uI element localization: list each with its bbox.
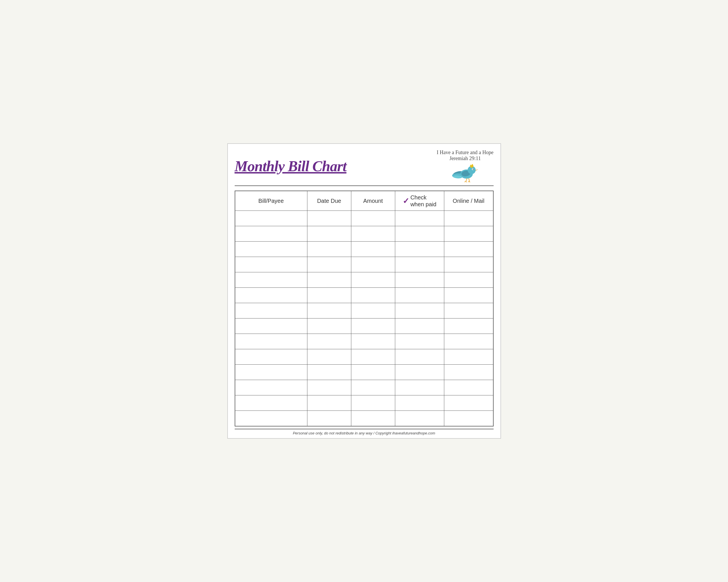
header: Monthly Bill Chart I Have a Future and a… bbox=[235, 149, 494, 186]
col-header-amount: Amount bbox=[351, 191, 395, 211]
table-row bbox=[235, 349, 493, 365]
table-cell bbox=[307, 334, 351, 349]
table-cell bbox=[444, 226, 493, 242]
table-cell bbox=[235, 211, 307, 226]
table-cell bbox=[395, 334, 444, 349]
table-cell bbox=[351, 257, 395, 272]
table-row bbox=[235, 395, 493, 411]
col-header-check: ✓ Check when paid bbox=[395, 191, 444, 211]
table-cell bbox=[235, 226, 307, 242]
col-header-date: Date Due bbox=[307, 191, 351, 211]
table-cell bbox=[351, 380, 395, 395]
table-cell bbox=[351, 318, 395, 334]
table-cell bbox=[444, 349, 493, 365]
table-cell bbox=[351, 226, 395, 242]
table-cell bbox=[444, 395, 493, 411]
table-cell bbox=[351, 349, 395, 365]
table-cell bbox=[444, 242, 493, 257]
table-row bbox=[235, 288, 493, 303]
check-when-paid-text: Check when paid bbox=[410, 194, 436, 208]
svg-marker-8 bbox=[476, 169, 478, 171]
table-cell bbox=[395, 257, 444, 272]
table-cell bbox=[307, 257, 351, 272]
table-cell bbox=[351, 395, 395, 411]
table-cell bbox=[235, 365, 307, 380]
col-header-bill: Bill/Payee bbox=[235, 191, 307, 211]
svg-line-13 bbox=[466, 181, 467, 182]
svg-line-11 bbox=[469, 178, 469, 181]
table-cell bbox=[444, 334, 493, 349]
table-cell bbox=[307, 318, 351, 334]
table-cell bbox=[395, 318, 444, 334]
table-cell bbox=[235, 288, 307, 303]
table-cell bbox=[307, 380, 351, 395]
table-cell bbox=[351, 411, 395, 426]
table-cell bbox=[307, 226, 351, 242]
table-cell bbox=[307, 242, 351, 257]
table-cell bbox=[395, 226, 444, 242]
table-row bbox=[235, 257, 493, 272]
page-container: Monthly Bill Chart I Have a Future and a… bbox=[227, 143, 501, 439]
table-cell bbox=[351, 365, 395, 380]
table-cell bbox=[395, 380, 444, 395]
table-cell bbox=[395, 349, 444, 365]
table-row bbox=[235, 303, 493, 318]
table-cell bbox=[235, 318, 307, 334]
table-cell bbox=[235, 303, 307, 318]
table-cell bbox=[351, 272, 395, 288]
table-cell bbox=[444, 288, 493, 303]
table-row bbox=[235, 318, 493, 334]
table-cell bbox=[235, 334, 307, 349]
table-cell bbox=[444, 411, 493, 426]
svg-point-7 bbox=[473, 169, 474, 170]
header-right: I Have a Future and a Hope Jeremiah 29:1… bbox=[437, 149, 494, 183]
table-row bbox=[235, 242, 493, 257]
table-cell bbox=[235, 272, 307, 288]
table-row bbox=[235, 411, 493, 426]
svg-line-10 bbox=[466, 178, 467, 181]
table-header-row: Bill/Payee Date Due Amount ✓ Check when … bbox=[235, 191, 493, 211]
table-row bbox=[235, 272, 493, 288]
table-cell bbox=[307, 365, 351, 380]
table-cell bbox=[307, 211, 351, 226]
table-cell bbox=[307, 288, 351, 303]
table-cell bbox=[395, 411, 444, 426]
table-cell bbox=[395, 395, 444, 411]
table-row bbox=[235, 211, 493, 226]
table-cell bbox=[307, 349, 351, 365]
table-row bbox=[235, 226, 493, 242]
bird-icon bbox=[452, 163, 478, 183]
table-cell bbox=[235, 411, 307, 426]
table-cell bbox=[235, 349, 307, 365]
table-body bbox=[235, 211, 493, 426]
table-cell bbox=[444, 272, 493, 288]
table-row bbox=[235, 380, 493, 395]
table-cell bbox=[307, 395, 351, 411]
footer: Personal use only, do not redistribute i… bbox=[235, 429, 494, 435]
table-row bbox=[235, 334, 493, 349]
table-cell bbox=[395, 303, 444, 318]
table-cell bbox=[444, 365, 493, 380]
col-header-online: Online / Mail bbox=[444, 191, 493, 211]
table-cell bbox=[351, 334, 395, 349]
table-cell bbox=[395, 288, 444, 303]
table-cell bbox=[444, 303, 493, 318]
table-cell bbox=[235, 395, 307, 411]
table-cell bbox=[235, 380, 307, 395]
table-cell bbox=[307, 411, 351, 426]
table-cell bbox=[351, 211, 395, 226]
table-cell bbox=[444, 257, 493, 272]
check-mark-icon: ✓ bbox=[402, 196, 409, 206]
table-cell bbox=[395, 365, 444, 380]
table-cell bbox=[307, 303, 351, 318]
table-cell bbox=[351, 288, 395, 303]
table-cell bbox=[235, 242, 307, 257]
table-cell bbox=[395, 272, 444, 288]
table-cell bbox=[395, 242, 444, 257]
table-cell bbox=[351, 303, 395, 318]
table-cell bbox=[444, 318, 493, 334]
bill-table: Bill/Payee Date Due Amount ✓ Check when … bbox=[235, 191, 494, 426]
page-title: Monthly Bill Chart bbox=[235, 158, 346, 175]
table-row bbox=[235, 365, 493, 380]
table-cell bbox=[307, 272, 351, 288]
